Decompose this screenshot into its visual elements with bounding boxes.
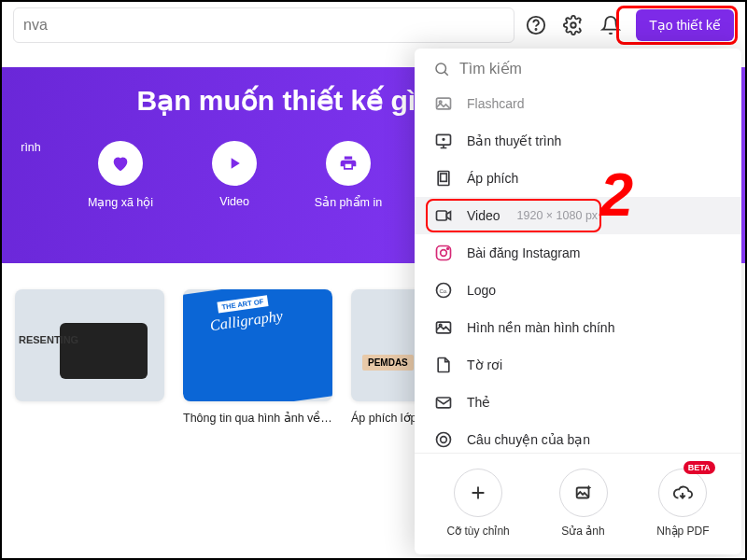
template-thumbnail	[15, 289, 164, 401]
svg-point-7	[443, 139, 444, 141]
annotation-number-2: 2	[599, 161, 633, 230]
edit-photo-button[interactable]: Sửa ảnh	[559, 469, 608, 538]
help-icon[interactable]	[524, 13, 548, 37]
svg-rect-9	[441, 174, 447, 181]
frame-icon	[433, 168, 454, 189]
panel-footer: Cỡ tùy chỉnh Sửa ảnh BETA Nhập PDF	[415, 453, 741, 554]
cloud-upload-icon	[658, 469, 707, 517]
category-item[interactable]: rình	[17, 141, 45, 209]
svg-point-2	[571, 22, 576, 28]
gear-icon[interactable]	[561, 13, 585, 37]
svg-point-19	[437, 433, 451, 447]
design-type-logo[interactable]: Co. Logo	[415, 272, 741, 309]
custom-size-button[interactable]: Cỡ tùy chỉnh	[446, 469, 509, 538]
category-label: Mạng xã hội	[88, 195, 153, 209]
design-type-card[interactable]: Thẻ	[415, 384, 741, 421]
category-print[interactable]: Sản phẩm in	[310, 141, 387, 209]
design-type-flyer[interactable]: Tờ rơi	[415, 346, 741, 384]
category-label: rình	[21, 141, 41, 154]
design-type-your-story[interactable]: Câu chuyện của bạn	[415, 421, 741, 453]
instagram-icon	[433, 243, 454, 263]
search-placeholder-text: nva	[23, 17, 48, 34]
svg-rect-10	[437, 211, 447, 220]
design-type-video[interactable]: Video 1920 × 1080 px	[415, 197, 741, 234]
design-type-poster[interactable]: Áp phích	[415, 160, 741, 197]
category-social[interactable]: Mạng xã hội	[82, 141, 159, 209]
video-dimensions: 1920 × 1080 px	[517, 209, 599, 222]
page-icon	[433, 355, 454, 375]
global-search[interactable]: nva	[13, 7, 514, 43]
svg-rect-18	[437, 398, 451, 408]
plus-icon	[454, 469, 502, 517]
story-icon	[433, 429, 454, 450]
design-type-wallpaper[interactable]: Hình nền màn hình chính	[415, 309, 741, 346]
image-icon	[433, 317, 454, 338]
category-video[interactable]: Video	[196, 141, 273, 209]
search-icon	[433, 61, 450, 77]
bell-icon[interactable]	[599, 13, 623, 37]
presentation-icon	[433, 131, 454, 151]
design-type-flashcard[interactable]: Flashcard	[415, 89, 741, 122]
template-card[interactable]	[15, 289, 164, 425]
svg-point-13	[447, 248, 449, 250]
category-label: Video	[219, 195, 249, 208]
topbar: nva Tạo thiết kế	[2, 2, 745, 49]
envelope-icon	[433, 392, 454, 413]
play-icon	[212, 141, 257, 186]
template-card[interactable]: Thông tin qua hình ảnh về ...	[183, 289, 332, 425]
image-sparkle-icon	[559, 469, 608, 517]
design-type-presentation[interactable]: Bản thuyết trình	[415, 122, 741, 160]
beta-badge: BETA	[684, 461, 715, 474]
create-design-panel: Tìm kiếm Flashcard Bản thuyết trình Áp p…	[415, 49, 741, 554]
import-pdf-button[interactable]: BETA Nhập PDF	[656, 469, 709, 538]
svg-point-12	[441, 250, 447, 257]
printer-icon	[326, 141, 371, 186]
design-type-instagram-post[interactable]: Bài đăng Instagram	[415, 234, 741, 272]
category-label: Sản phẩm in	[315, 195, 382, 209]
image-icon	[433, 93, 454, 114]
svg-text:Co.: Co.	[439, 288, 447, 294]
svg-point-20	[441, 437, 447, 443]
design-type-list: Flashcard Bản thuyết trình Áp phích Vide…	[415, 89, 741, 453]
video-icon	[433, 205, 454, 226]
svg-point-1	[536, 29, 537, 30]
logo-icon: Co.	[433, 280, 454, 301]
heart-icon	[98, 141, 143, 186]
template-caption: Thông tin qua hình ảnh về ...	[183, 411, 332, 425]
svg-point-3	[436, 63, 446, 74]
panel-search-placeholder: Tìm kiếm	[459, 60, 522, 77]
panel-search[interactable]: Tìm kiếm	[415, 49, 741, 89]
